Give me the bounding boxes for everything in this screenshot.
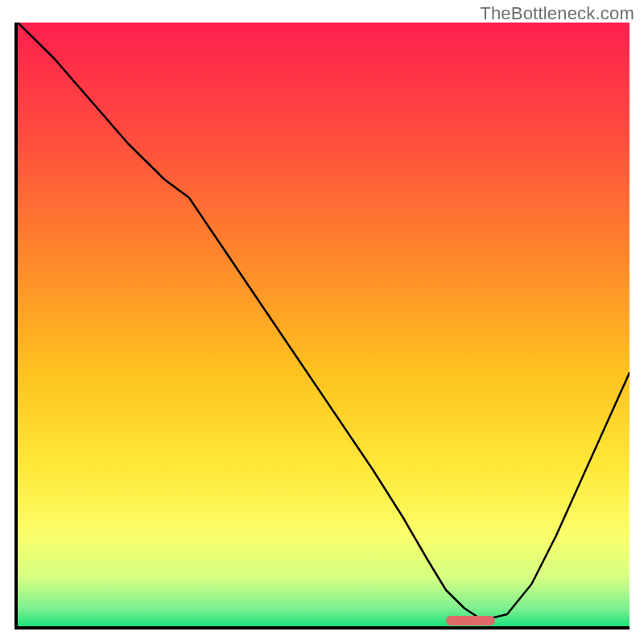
gradient-fill	[18, 23, 630, 626]
chart-container	[14, 23, 630, 630]
watermark-text: TheBottleneck.com	[480, 3, 634, 24]
optimal-range-marker	[446, 616, 495, 625]
bottleneck-chart	[18, 23, 630, 626]
